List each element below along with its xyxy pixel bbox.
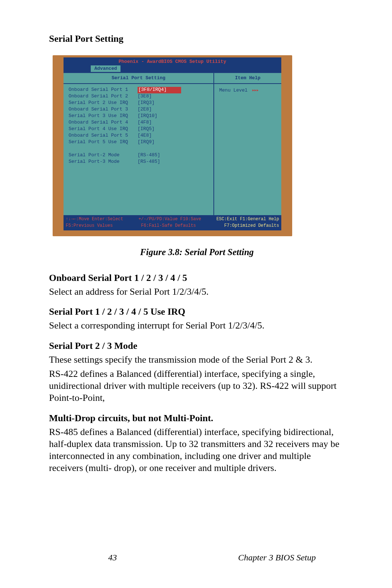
setting-row[interactable]: Onboard Serial Port 3[2E8] <box>69 106 211 113</box>
setting-label: Serial Port-3 Mode <box>69 159 138 165</box>
setting-label: Onboard Serial Port 5 <box>69 133 138 139</box>
setting-row[interactable]: Serial Port 2 Use IRQ[IRQ3] <box>69 100 211 106</box>
bios-screenshot: Phoenix - AwardBIOS CMOS Setup Utility A… <box>53 55 292 236</box>
page-title: Serial Port Setting <box>49 33 345 44</box>
setting-label: Onboard Serial Port 4 <box>69 120 138 126</box>
menu-level: Menu Level ▸▸▸ <box>219 87 278 93</box>
setting-value[interactable]: [RS-485] <box>138 152 181 159</box>
setting-row[interactable]: Serial Port-3 Mode[RS-485] <box>69 159 211 165</box>
setting-label: Serial Port 3 Use IRQ <box>69 113 138 120</box>
paragraph: RS-485 defines a Balanced (differential)… <box>49 426 345 474</box>
paragraph: Select a corresponding interrupt for Ser… <box>49 319 345 331</box>
paragraph: RS-422 defines a Balanced (differential)… <box>49 368 345 404</box>
page-number: 43 <box>29 553 196 563</box>
subheading: Onboard Serial Port 1 / 2 / 3 / 4 / 5 <box>49 273 345 283</box>
setting-label: Onboard Serial Port 3 <box>69 106 138 113</box>
tab-advanced[interactable]: Advanced <box>91 65 121 72</box>
left-pane-title: Serial Port Setting <box>64 73 213 84</box>
setting-row[interactable]: Onboard Serial Port 2[3E8] <box>69 93 211 100</box>
setting-value[interactable]: [2E8] <box>138 106 181 113</box>
setting-value[interactable]: [4F8] <box>138 120 181 126</box>
bios-footer: ↑↓→←:Move Enter:Select +/-/PU/PD:Value F… <box>64 215 281 230</box>
subheading: Serial Port 1 / 2 / 3 / 4 / 5 Use IRQ <box>49 306 345 317</box>
subheading: Serial Port 2 / 3 Mode <box>49 341 345 351</box>
setting-row[interactable]: Serial Port 5 Use IRQ[IRQ9] <box>69 139 211 146</box>
setting-value[interactable]: [4E8] <box>138 133 181 139</box>
setting-value[interactable]: [3E8] <box>138 93 181 100</box>
setting-label: Serial Port 5 Use IRQ <box>69 139 138 146</box>
setting-row[interactable]: Onboard Serial Port 4[4F8] <box>69 120 211 126</box>
footer-hint: ESC:Exit F1:General Help <box>216 216 279 222</box>
setting-value[interactable]: [IRQ3] <box>138 100 181 106</box>
setting-label: Serial Port-2 Mode <box>69 152 138 159</box>
footer-hint: F7:Optimized Defaults <box>224 222 279 229</box>
setting-value[interactable]: [IRQ9] <box>138 139 181 146</box>
setting-label: Serial Port 2 Use IRQ <box>69 100 138 106</box>
setting-label: Onboard Serial Port 2 <box>69 93 138 100</box>
setting-row[interactable]: Serial Port 3 Use IRQ[IRQ10] <box>69 113 211 120</box>
setting-label: Serial Port 4 Use IRQ <box>69 126 138 133</box>
setting-value[interactable]: [IRQ10] <box>138 113 181 120</box>
figure-caption: Figure 3.8: Serial Port Setting <box>49 247 345 257</box>
bios-title: Phoenix - AwardBIOS CMOS Setup Utility <box>64 57 281 65</box>
paragraph: Select an address for Serial Port 1/2/3/… <box>49 286 345 298</box>
right-pane-title: Item Help <box>214 73 281 84</box>
setting-row[interactable]: Serial Port-2 Mode[RS-485] <box>69 152 211 159</box>
setting-value[interactable]: [RS-485] <box>138 159 181 165</box>
setting-row[interactable]: Onboard Serial Port 5[4E8] <box>69 133 211 139</box>
chapter-label: Chapter 3 BIOS Setup <box>196 553 363 563</box>
footer-hint: ↑↓→←:Move Enter:Select <box>66 216 123 222</box>
page-footer: 43 Chapter 3 BIOS Setup <box>0 553 392 563</box>
setting-row[interactable]: Onboard Serial Port 1[3F8/IRQ4] <box>69 87 211 93</box>
setting-row[interactable]: Serial Port 4 Use IRQ[IRQ5] <box>69 126 211 133</box>
paragraph: These settings specify the transmission … <box>49 354 345 366</box>
footer-hint: +/-/PU/PD:Value F10:Save <box>138 216 201 222</box>
chevron-right-icon: ▸▸▸ <box>252 88 258 93</box>
setting-label: Onboard Serial Port 1 <box>69 87 138 93</box>
footer-hint: F6:Fail-Safe Defaults <box>141 222 196 229</box>
footer-hint: F5:Previous Values <box>66 222 113 229</box>
setting-value[interactable]: [IRQ5] <box>138 126 181 133</box>
menu-level-label: Menu Level <box>219 88 248 93</box>
setting-value[interactable]: [3F8/IRQ4] <box>138 87 181 93</box>
subheading: Multi-Drop circuits, but not Multi-Point… <box>49 413 345 424</box>
